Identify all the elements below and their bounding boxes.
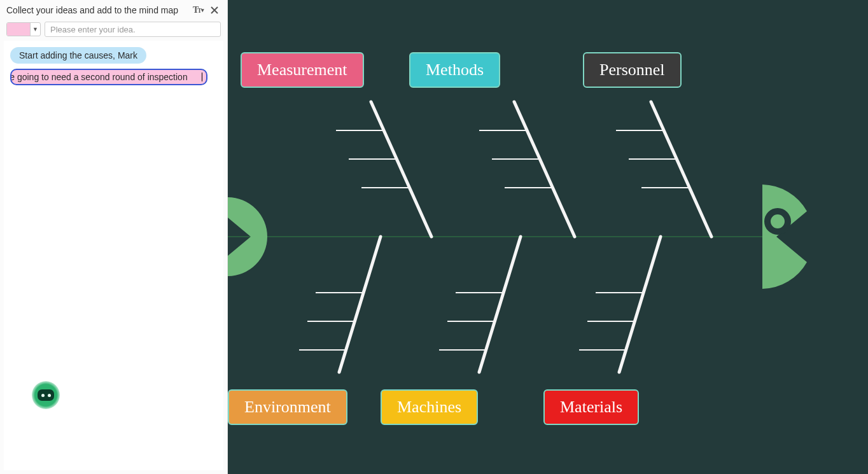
- svg-line-18: [619, 237, 661, 372]
- category-machines[interactable]: Machines: [381, 389, 478, 425]
- idea-list: Start adding the causes, Mark These are …: [4, 41, 223, 470]
- svg-line-16: [339, 237, 381, 372]
- text-cursor: [202, 73, 202, 81]
- ideas-sidebar: Collect your ideas and add to the mind m…: [0, 0, 228, 474]
- category-methods[interactable]: Methods: [409, 52, 500, 88]
- assistant-bot-icon[interactable]: [32, 381, 60, 409]
- idea-input-row: ▼: [0, 19, 227, 41]
- idea-chip-editing[interactable]: These are going to need a second round o…: [10, 69, 207, 85]
- svg-line-4: [371, 102, 431, 237]
- category-personnel[interactable]: Personnel: [583, 52, 682, 88]
- diagram-canvas[interactable]: Measurement Methods Personnel Environmen…: [228, 0, 868, 474]
- color-picker[interactable]: ▼: [6, 22, 41, 36]
- category-materials[interactable]: Materials: [543, 389, 639, 425]
- category-measurement[interactable]: Measurement: [241, 52, 364, 88]
- svg-line-17: [479, 237, 521, 372]
- text-format-icon[interactable]: TT▾: [192, 4, 204, 17]
- color-swatch: [7, 23, 30, 36]
- svg-line-5: [514, 102, 575, 237]
- idea-input[interactable]: [45, 22, 221, 37]
- sidebar-header: Collect your ideas and add to the mind m…: [0, 0, 227, 19]
- category-environment[interactable]: Environment: [228, 389, 347, 425]
- idea-chip[interactable]: Start adding the causes, Mark: [10, 47, 146, 64]
- sidebar-title: Collect your ideas and add to the mind m…: [6, 5, 188, 15]
- close-icon[interactable]: [208, 4, 221, 17]
- chevron-down-icon[interactable]: ▼: [30, 23, 40, 36]
- svg-line-6: [651, 102, 711, 237]
